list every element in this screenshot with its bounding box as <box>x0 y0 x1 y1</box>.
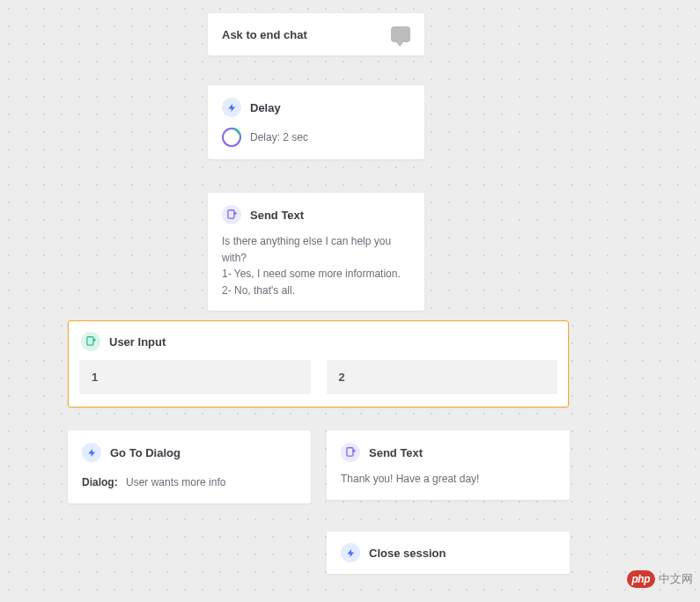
dialog-label: Dialog: <box>82 476 118 488</box>
text-line: Is there anything else I can help you wi… <box>222 233 410 266</box>
node-go-to-dialog[interactable]: Go To Dialog Dialog: User wants more inf… <box>68 430 311 503</box>
node-title: Delay <box>250 101 281 114</box>
card-header: Close session <box>327 532 570 574</box>
svg-rect-1 <box>87 337 93 345</box>
node-title: Send Text <box>369 446 423 459</box>
watermark-text: 中文网 <box>659 571 693 587</box>
text-line: 2- No, that's all. <box>222 283 410 299</box>
clock-icon <box>222 128 241 147</box>
node-send-text-question[interactable]: Send Text Is there anything else I can h… <box>208 193 424 311</box>
card-header: User Input <box>69 321 568 360</box>
input-option-2[interactable]: 2 <box>327 360 558 394</box>
node-title: User Input <box>109 335 166 349</box>
bolt-icon <box>82 443 101 462</box>
text-line: 1- Yes, I need some more information. <box>222 266 410 283</box>
bolt-icon <box>222 98 241 117</box>
node-user-input[interactable]: User Input 1 2 <box>68 320 569 407</box>
input-options-row: 1 2 <box>69 360 568 407</box>
watermark-badge: php <box>627 570 656 588</box>
send-text-icon <box>341 443 360 462</box>
svg-rect-2 <box>347 448 353 456</box>
card-header: Send Text <box>327 430 570 467</box>
dialog-value: User wants more info <box>126 476 225 488</box>
node-title: Close session <box>369 547 446 560</box>
send-text-icon <box>222 205 241 224</box>
node-send-text-thanks[interactable]: Send Text Thank you! Have a great day! <box>327 430 570 500</box>
delay-detail-row: Delay: 2 sec <box>208 122 424 159</box>
user-input-icon <box>81 332 100 351</box>
node-delay[interactable]: Delay Delay: 2 sec <box>208 85 424 159</box>
watermark: php 中文网 <box>627 570 694 588</box>
bolt-icon <box>341 543 360 562</box>
node-ask-to-end-chat[interactable]: Ask to end chat <box>208 13 424 55</box>
delay-text: Delay: 2 sec <box>250 131 308 143</box>
input-option-1[interactable]: 1 <box>79 360 311 394</box>
text-line: Thank you! Have a great day! <box>341 473 479 485</box>
node-body: Is there anything else I can help you wi… <box>208 230 424 311</box>
node-title: Go To Dialog <box>110 446 181 459</box>
node-close-session[interactable]: Close session <box>327 532 570 574</box>
node-body: Dialog: User wants more info <box>68 467 311 503</box>
node-title: Send Text <box>250 209 304 222</box>
card-header: Delay <box>208 85 424 122</box>
card-header: Go To Dialog <box>68 430 311 467</box>
chat-icon <box>391 26 410 42</box>
svg-rect-0 <box>228 210 234 218</box>
node-title: Ask to end chat <box>222 28 307 41</box>
node-body: Thank you! Have a great day! <box>327 467 570 500</box>
card-header: Send Text <box>208 193 424 230</box>
